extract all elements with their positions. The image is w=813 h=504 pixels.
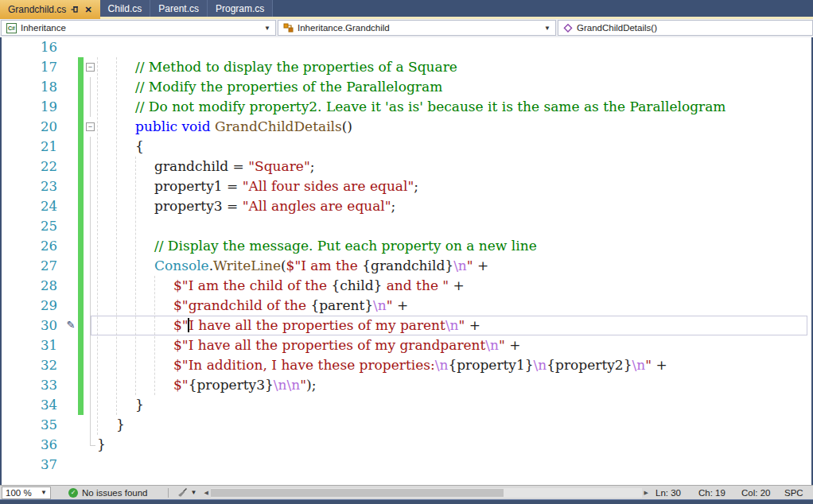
code-line-row: 30✎$"I have all the properties of my par… — [2, 316, 811, 335]
member-dropdown[interactable]: GrandChildDetails() — [558, 20, 813, 36]
change-bar — [78, 216, 84, 236]
code-line[interactable]: public void GrandChildDetails() — [97, 117, 811, 137]
code-line[interactable]: } — [97, 395, 811, 415]
code-line[interactable]: grandchild = "Square"; — [97, 157, 811, 176]
code-token: \n — [287, 377, 301, 393]
glyph-margin: ✎ — [64, 316, 78, 335]
code-line-row: 21{ — [2, 137, 811, 157]
code-token: " — [499, 337, 505, 353]
horizontal-scrollbar[interactable]: ◀ ▶ — [201, 487, 651, 498]
project-dropdown[interactable]: C# Inheritance ▼ — [1, 20, 276, 36]
code-line[interactable]: // Display the message. Put each propert… — [97, 236, 811, 256]
code-token: I have all the properties of my parent — [189, 317, 445, 333]
code-token: {property3} — [189, 377, 274, 393]
code-token: $"I am the — [286, 258, 363, 273]
code-token: grandchild = — [154, 158, 248, 174]
code-token: \n — [632, 357, 645, 373]
code-line[interactable]: // Method to display the properties of a… — [97, 57, 811, 77]
outlining-margin — [84, 157, 97, 176]
code-line[interactable]: $"I am the child of the {child} and the … — [97, 276, 811, 296]
chevron-down-icon: ▼ — [41, 489, 47, 496]
code-line[interactable]: property3 = "All angles are equal"; — [97, 196, 811, 216]
code-line[interactable]: } — [97, 435, 811, 455]
outlining-margin — [84, 355, 97, 375]
outlining-margin — [84, 256, 97, 276]
outlining-margin — [84, 137, 97, 157]
change-bar — [78, 196, 84, 216]
editor-tab[interactable]: Child.cs — [100, 0, 151, 17]
pin-icon[interactable] — [71, 6, 80, 14]
close-icon[interactable]: ✕ — [84, 6, 91, 14]
scrollbar-track[interactable] — [211, 488, 642, 498]
scroll-left-icon[interactable]: ◀ — [201, 490, 210, 496]
code-line-row: 29$"grandchild of the {parent}\n" + — [2, 296, 811, 316]
scroll-right-icon[interactable]: ▶ — [642, 490, 651, 496]
code-line-row: 35} — [2, 415, 811, 435]
zoom-dropdown[interactable]: 100 % ▼ — [2, 487, 51, 499]
change-bar — [78, 276, 84, 296]
outlining-margin — [84, 435, 97, 455]
code-line[interactable]: Console.WriteLine($"I am the {grandchild… — [97, 256, 811, 276]
code-cleanup-button[interactable]: ▼ — [177, 487, 196, 498]
caret-position-info: Ln: 30 Ch: 19 Col: 20 SPC — [655, 488, 811, 498]
code-token: $"I have all the properties of my grandp… — [173, 337, 485, 353]
code-token: " — [645, 357, 652, 373]
editor-tab[interactable]: Parent.cs — [150, 0, 208, 17]
issues-button[interactable]: ✓ No issues found — [68, 488, 147, 498]
code-token: "Square" — [248, 158, 309, 174]
code-token: {property1} — [448, 357, 533, 373]
code-line[interactable]: $"I have all the properties of my parent… — [97, 316, 811, 335]
code-token: property1 = — [154, 178, 243, 194]
code-token: \n — [274, 377, 287, 393]
code-line[interactable]: $"{property3}\n\n"); — [97, 375, 811, 395]
code-line[interactable]: { — [97, 137, 811, 157]
member-dropdown-label: GrandChildDetails() — [577, 23, 657, 33]
outlining-margin: − — [84, 57, 97, 77]
collapse-region-button[interactable]: − — [86, 63, 95, 72]
code-token: void — [182, 118, 211, 134]
divider — [168, 488, 169, 498]
code-token: \n — [373, 297, 387, 313]
line-number: 27 — [2, 256, 64, 276]
code-line-row: 34} — [2, 395, 811, 415]
code-line[interactable]: $"grandchild of the {parent}\n" + — [97, 296, 811, 316]
code-token: "All angles are equal" — [243, 198, 391, 214]
line-number: 16 — [2, 37, 64, 57]
code-line[interactable]: $"In addition, I have these properties:\… — [97, 355, 811, 375]
code-token: // Method to display the properties of a… — [135, 59, 457, 75]
line-number: 25 — [2, 216, 64, 236]
line-number: 32 — [2, 355, 64, 375]
code-line[interactable] — [97, 216, 811, 236]
project-dropdown-label: Inheritance — [21, 23, 66, 33]
editor-tab[interactable]: Grandchild.cs✕ — [0, 0, 100, 19]
class-icon — [283, 23, 294, 33]
code-line[interactable]: // Modify the properties of the Parallel… — [97, 77, 811, 97]
change-bar — [78, 137, 84, 157]
code-token: // Do not modify property2. Leave it 'as… — [135, 99, 725, 114]
change-bar — [78, 395, 84, 415]
code-line[interactable] — [97, 37, 811, 57]
code-line[interactable]: } — [97, 415, 811, 435]
tab-label: Program.cs — [216, 3, 264, 14]
line-number: 23 — [2, 176, 64, 196]
code-line[interactable] — [97, 455, 811, 475]
code-line[interactable]: property1 = "All four sides are equal"; — [97, 176, 811, 196]
code-line-row: 27Console.WriteLine($"I am the {grandchi… — [2, 256, 811, 276]
code-line[interactable]: $"I have all the properties of my grandp… — [97, 335, 811, 355]
scrollbar-thumb[interactable] — [211, 489, 504, 497]
editor-tab[interactable]: Program.cs — [208, 0, 273, 17]
chevron-down-icon: ▼ — [544, 25, 550, 32]
code-token: \n — [534, 357, 547, 373]
code-line-row: 22grandchild = "Square"; — [2, 157, 811, 176]
collapse-region-button[interactable]: − — [86, 122, 95, 131]
code-token: } — [97, 436, 106, 452]
change-bar — [78, 435, 84, 455]
code-token: \n — [435, 357, 449, 373]
change-bar — [78, 97, 84, 117]
type-dropdown-label: Inheritance.Grandchild — [298, 23, 390, 33]
tab-label: Grandchild.cs — [8, 4, 66, 15]
code-editor[interactable]: 1617−// Method to display the properties… — [0, 37, 813, 485]
outlining-margin — [84, 37, 97, 57]
code-line[interactable]: // Do not modify property2. Leave it 'as… — [97, 97, 811, 117]
type-dropdown[interactable]: Inheritance.Grandchild ▼ — [278, 20, 556, 36]
